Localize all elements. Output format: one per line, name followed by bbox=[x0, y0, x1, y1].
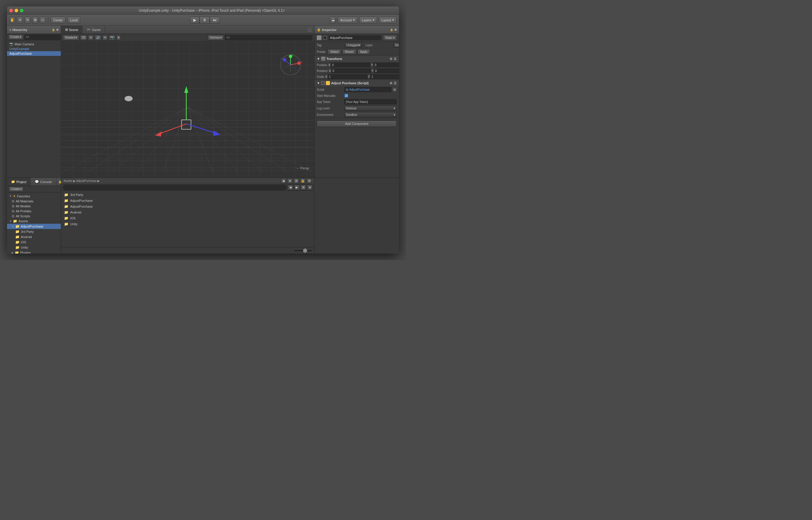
asset-view-toggle[interactable]: ⊞ bbox=[301, 185, 306, 190]
tree-android[interactable]: 📁 Android bbox=[7, 234, 61, 239]
inspector-overflow-icon[interactable]: ⚙ bbox=[394, 28, 397, 31]
scale-tool-button[interactable]: ⊞ bbox=[32, 17, 38, 24]
object-name-input[interactable] bbox=[329, 35, 382, 41]
rotate-tool-button[interactable]: ↻ bbox=[25, 17, 30, 24]
center-button[interactable]: Center bbox=[51, 17, 66, 24]
tree-all-materials[interactable]: ◎ All Materials bbox=[7, 199, 61, 204]
lock-asset-icon[interactable]: 🔒 bbox=[300, 178, 305, 184]
audio-button[interactable]: 🔊 bbox=[95, 35, 101, 41]
script-enabled-checkbox[interactable] bbox=[321, 81, 325, 85]
asset-item-ios[interactable]: 📁 iOS bbox=[62, 215, 313, 221]
hierarchy-search-input[interactable] bbox=[24, 34, 64, 40]
scale-x-input[interactable] bbox=[328, 74, 367, 79]
tab-console[interactable]: 💬 Console bbox=[31, 178, 56, 186]
tree-ios[interactable]: 📁 iOS bbox=[7, 239, 61, 245]
hand-tool-button[interactable]: ✋ bbox=[9, 17, 15, 24]
zoom-slider-thumb[interactable] bbox=[303, 249, 307, 253]
transform-header[interactable]: ▼ Transform ⚙ ☰ bbox=[314, 56, 399, 62]
scene-search-input[interactable] bbox=[225, 35, 312, 41]
asset-forward-nav-button[interactable]: ▶ bbox=[294, 185, 299, 190]
filter-button[interactable]: ⊞ bbox=[294, 178, 299, 184]
lighting-button[interactable]: ☀ bbox=[88, 35, 94, 41]
pause-button[interactable]: ⏸ bbox=[200, 17, 210, 24]
object-active-checkbox[interactable] bbox=[323, 36, 327, 40]
asset-favorite-toggle[interactable]: ★ bbox=[307, 185, 312, 190]
gizmos-dropdown[interactable]: Gizmos ▾ bbox=[208, 35, 224, 41]
hierarchy-adjust-purchase[interactable]: AdjustPurchase bbox=[7, 51, 61, 56]
asset-item-android[interactable]: 📁 Android bbox=[62, 209, 313, 215]
prefab-select-button[interactable]: Select bbox=[328, 49, 341, 54]
shading-dropdown[interactable]: Shaded ▾ bbox=[63, 35, 79, 41]
tab-scene[interactable]: ⊞ Scene bbox=[61, 26, 82, 34]
tab-game[interactable]: 🎮 Game bbox=[82, 26, 105, 34]
tab-project[interactable]: 📁 Project bbox=[7, 178, 31, 186]
script-picker-button[interactable]: ◎ bbox=[393, 87, 397, 92]
view-maximize-icon[interactable]: ⊡ bbox=[305, 26, 314, 34]
tree-all-models[interactable]: ◎ All Models bbox=[7, 204, 61, 209]
project-create-button[interactable]: Create ▾ bbox=[9, 187, 24, 192]
move-tool-button[interactable]: ✛ bbox=[17, 17, 23, 24]
asset-item-3rd-party[interactable]: 📁 3rd Party bbox=[62, 192, 313, 198]
cloud-icon[interactable]: ☁ bbox=[330, 17, 336, 24]
tree-all-scripts[interactable]: ◎ All Scripts bbox=[7, 213, 61, 218]
zoom-slider-track[interactable] bbox=[294, 250, 312, 251]
tree-assets[interactable]: ▼ 📁 Assets bbox=[7, 218, 61, 224]
asset-search-input[interactable] bbox=[63, 185, 287, 190]
inspector-collapse-icon[interactable]: 🔒 bbox=[390, 28, 393, 31]
account-dropdown[interactable]: Account ▾ bbox=[338, 17, 358, 24]
asset-back-nav-button[interactable]: ◀ bbox=[288, 185, 293, 190]
asset-item-unity[interactable]: 📁 Unity bbox=[62, 221, 313, 227]
hierarchy-overflow-icon[interactable]: ⚙ bbox=[56, 28, 58, 31]
close-button[interactable] bbox=[9, 9, 13, 12]
favorite-button[interactable]: ★ bbox=[287, 178, 292, 184]
local-button[interactable]: Local bbox=[67, 17, 80, 24]
position-y-input[interactable] bbox=[373, 62, 399, 67]
viewport[interactable]: X Y Z ← Persp bbox=[61, 42, 314, 178]
rotation-y-input[interactable] bbox=[374, 69, 399, 73]
rect-tool-button[interactable]: ▭ bbox=[40, 17, 46, 24]
transform-overflow-icon[interactable]: ☰ bbox=[394, 57, 397, 61]
layer-dropdown[interactable]: Default ▾ bbox=[393, 43, 399, 48]
layers-dropdown[interactable]: Layers ▾ bbox=[359, 17, 377, 24]
script-settings-icon[interactable]: ⚙ bbox=[390, 81, 393, 85]
back-button[interactable]: ◀ bbox=[281, 178, 286, 184]
play-button[interactable]: ▶ bbox=[190, 17, 200, 24]
hierarchy-create-button[interactable]: Create ▾ bbox=[8, 34, 23, 40]
asset-item-adjust-purchase-1[interactable]: 📁 AdjustPurchase bbox=[62, 198, 313, 204]
tree-3rd-party[interactable]: 📁 3rd Party bbox=[7, 229, 61, 234]
tree-unity[interactable]: 📁 Unity bbox=[7, 245, 61, 250]
tree-plugins[interactable]: ▶ 📁 Plugins bbox=[7, 250, 61, 254]
start-manually-checkbox[interactable]: ✓ bbox=[344, 94, 348, 98]
scene-camera-button[interactable]: 📷 bbox=[109, 35, 115, 41]
scene-extra-button[interactable]: ▾ bbox=[116, 35, 121, 41]
transform-settings-icon[interactable]: ⚙ bbox=[390, 57, 393, 61]
script-header[interactable]: ▼ Adjust Purchase (Script) ⚙ ☰ bbox=[314, 80, 399, 86]
tree-favorites[interactable]: ▼ ★ Favorites bbox=[7, 193, 61, 199]
add-component-button[interactable]: Add Component bbox=[317, 121, 397, 127]
environment-dropdown[interactable]: Sandbox ▾ bbox=[344, 112, 397, 117]
layout-dropdown[interactable]: Layout ▾ bbox=[379, 17, 397, 24]
minimize-button[interactable] bbox=[15, 9, 18, 12]
tree-adjust-purchase[interactable]: ▼ 📁 AdjustPurchase bbox=[7, 224, 61, 229]
app-token-input[interactable] bbox=[344, 99, 397, 104]
tree-all-prefabs[interactable]: ◎ All Prefabs bbox=[7, 209, 61, 213]
2d-button[interactable]: 2D bbox=[80, 35, 87, 41]
static-badge[interactable]: Static ▾ bbox=[383, 35, 397, 41]
hierarchy-unity-example[interactable]: UnityExample bbox=[7, 47, 61, 51]
script-overflow-icon[interactable]: ☰ bbox=[394, 81, 397, 85]
asset-item-adjust-purchase-2[interactable]: 📁 AdjustPurchase bbox=[62, 204, 313, 209]
asset-overflow-icon[interactable]: ⚙ bbox=[307, 178, 312, 184]
tag-dropdown[interactable]: Untagged ▾ bbox=[345, 43, 362, 48]
rotation-x-input[interactable] bbox=[332, 69, 371, 73]
prefab-revert-button[interactable]: Revert bbox=[342, 49, 356, 54]
prefab-apply-button[interactable]: Apply bbox=[358, 49, 370, 54]
maximize-button[interactable] bbox=[20, 9, 23, 12]
fx-button[interactable]: ✦ bbox=[102, 35, 108, 41]
script-value-box[interactable]: ⊞ AdjustPurchase bbox=[344, 87, 391, 92]
scale-y-input[interactable] bbox=[370, 74, 399, 79]
log-level-dropdown[interactable]: Verbose ▾ bbox=[344, 106, 397, 111]
hierarchy-main-camera[interactable]: 📷 Main Camera bbox=[7, 42, 61, 47]
position-x-input[interactable] bbox=[331, 62, 370, 67]
step-button[interactable]: ⏭ bbox=[210, 17, 220, 24]
hierarchy-collapse-icon[interactable]: 🔒 bbox=[52, 28, 55, 31]
